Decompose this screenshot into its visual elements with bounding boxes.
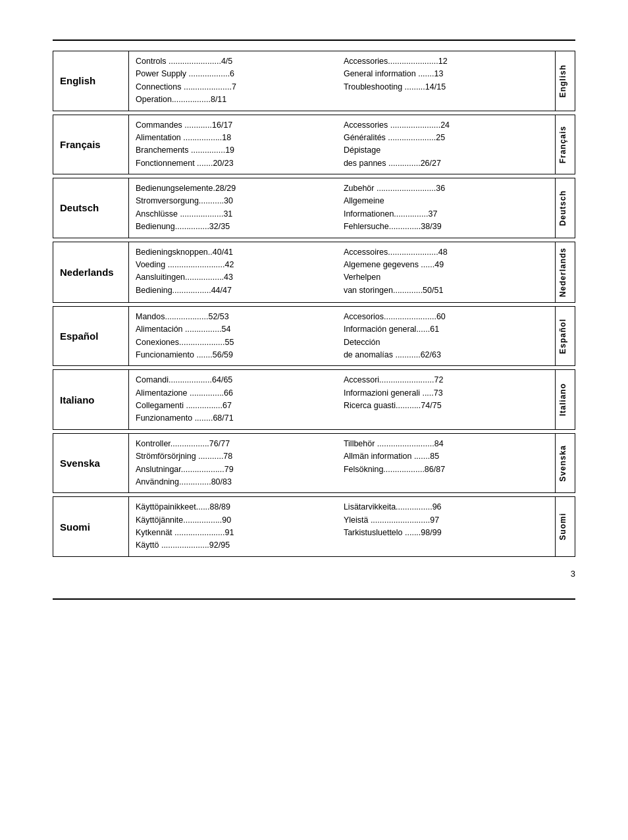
entry-line: Alimentazione ...............66 <box>136 387 330 400</box>
entry-line: Käyttöpainikkeet......88/89 <box>136 501 330 513</box>
lang-row-english: EnglishControls .......................4… <box>53 51 575 111</box>
tab-deutsch: Deutsch <box>556 178 575 238</box>
tab-english: English <box>556 51 575 111</box>
entries-col1-svenska: Kontroller.................76/77Strömför… <box>129 433 337 493</box>
entries-col2-italiano: Accessori........................72Infor… <box>337 370 556 430</box>
entry-line: Allmän information .......85 <box>344 450 548 463</box>
entry-line: Felsökning..................86/87 <box>344 463 548 476</box>
entry-line: Käyttö .....................92/95 <box>136 539 330 552</box>
tab-label-deutsch: Deutsch <box>556 185 570 231</box>
entry-line: Kytkennät ......................91 <box>136 527 330 539</box>
entry-line: Généralités .....................25 <box>344 132 548 144</box>
entry-line: Troubleshooting .........14/15 <box>344 81 548 93</box>
entry-line: Accesorios.......................60 <box>344 311 548 323</box>
entry-line: Strömförsörjning ...........78 <box>136 450 330 463</box>
entries-col1-espanol: Mandos...................52/53Alimentaci… <box>129 306 337 366</box>
entry-line: Power Supply ..................6 <box>136 68 330 80</box>
lang-row-svenska: SvenskaKontroller.................76/77S… <box>53 433 575 493</box>
entry-line: Bedieningsknoppen..40/41 <box>136 246 330 259</box>
tab-label-nederlands: Nederlands <box>556 242 570 302</box>
entries-col2-nederlands: Accessoires......................48Algem… <box>337 242 556 302</box>
tab-label-suomi: Suomi <box>556 508 570 546</box>
entry-line: Funzionamento ........68/71 <box>136 412 330 425</box>
entry-line: Tillbehör .........................84 <box>344 438 548 450</box>
entries-col1-suomi: Käyttöpainikkeet......88/89Käyttöjännite… <box>129 497 337 557</box>
entry-line: Användning..............80/83 <box>136 476 330 488</box>
lang-name-svenska: Svenska <box>53 433 129 493</box>
entry-line: Accessori........................72 <box>344 374 548 386</box>
entry-line: de anomalías ...........62/63 <box>344 349 548 361</box>
entry-line: Allgemeine <box>344 195 548 207</box>
entries-col2-suomi: Lisätarvikkeita................96Yleistä… <box>337 497 556 557</box>
entry-line: Stromversorgung...........30 <box>136 195 330 207</box>
entry-line: Mandos...................52/53 <box>136 311 330 323</box>
tab-label-english: English <box>556 59 570 103</box>
entries-col2-espanol: Accesorios.......................60Infor… <box>337 306 556 366</box>
entries-col2-english: Accessories......................12Gener… <box>337 51 556 111</box>
lang-row-deutsch: DeutschBedienungselemente.28/29Stromvers… <box>53 178 575 238</box>
lang-row-francais: FrançaisCommandes ............16/17Alime… <box>53 115 575 174</box>
entry-line: Bedienung...............32/35 <box>136 221 330 233</box>
tab-label-svenska: Svenska <box>556 440 570 487</box>
tab-nederlands: Nederlands <box>556 242 575 302</box>
entry-line: Bedienungselemente.28/29 <box>136 182 330 195</box>
entry-line: General information .......13 <box>344 68 548 80</box>
entry-line: Detección <box>344 336 548 349</box>
entries-col1-italiano: Comandi...................64/65Alimentaz… <box>129 370 337 430</box>
lang-name-espanol: Español <box>53 306 129 366</box>
entry-line: Zubehör ..........................36 <box>344 182 548 195</box>
entries-col2-svenska: Tillbehör .........................84All… <box>337 433 556 493</box>
entry-line: des pannes ..............26/27 <box>344 157 548 170</box>
tab-label-espanol: Español <box>556 313 570 359</box>
entry-line: Operation.................8/11 <box>136 93 330 106</box>
entry-line: Fonctionnement .......20/23 <box>136 157 330 170</box>
entry-line: Commandes ............16/17 <box>136 119 330 132</box>
entry-line: Informazioni generali .....73 <box>344 387 548 400</box>
entry-line: Alimentación ................54 <box>136 323 330 336</box>
entry-line: Tarkistusluettelo .......98/99 <box>344 527 548 539</box>
entries-col1-deutsch: Bedienungselemente.28/29Stromversorgung.… <box>129 178 337 238</box>
entry-line: van storingen.............50/51 <box>344 284 548 297</box>
page-number: 3 <box>53 569 575 579</box>
entry-line: Collegamenti ................67 <box>136 400 330 412</box>
tab-label-francais: Français <box>556 120 570 169</box>
entry-line: Lisätarvikkeita................96 <box>344 501 548 513</box>
lang-name-italiano: Italiano <box>53 370 129 430</box>
entry-line: Käyttöjännite.................90 <box>136 514 330 527</box>
entry-line: Connections .....................7 <box>136 81 330 93</box>
tab-francais: Français <box>556 115 575 174</box>
entry-line: Anschlüsse ...................31 <box>136 208 330 221</box>
entries-col2-deutsch: Zubehör ..........................36Allg… <box>337 178 556 238</box>
entry-line: Voeding .........................42 <box>136 259 330 271</box>
entry-line: Informationen...............37 <box>344 208 548 221</box>
entries-col2-francais: Accessories ......................24Géné… <box>337 115 556 174</box>
entry-line: Accessories......................12 <box>344 55 548 68</box>
entry-line: Accessories ......................24 <box>344 119 548 132</box>
lang-name-nederlands: Nederlands <box>53 242 129 302</box>
entry-line: Aansluitingen.................43 <box>136 271 330 284</box>
entry-line: Fehlersuche..............38/39 <box>344 221 548 233</box>
entry-line: Bediening.................44/47 <box>136 284 330 297</box>
lang-name-english: English <box>53 51 129 111</box>
entry-line: Controls .......................4/5 <box>136 55 330 68</box>
entry-line: Verhelpen <box>344 271 548 284</box>
entry-line: Accessoires......................48 <box>344 246 548 259</box>
lang-row-nederlands: NederlandsBedieningsknoppen..40/41Voedin… <box>53 242 575 302</box>
entry-line: Comandi...................64/65 <box>136 374 330 386</box>
lang-row-espanol: EspañolMandos...................52/53Ali… <box>53 306 575 366</box>
toc-table: EnglishControls .......................4… <box>53 51 575 557</box>
entry-line: Anslutningar...................79 <box>136 463 330 476</box>
lang-row-suomi: SuomiKäyttöpainikkeet......88/89Käyttöjä… <box>53 497 575 557</box>
entry-line: Información general......61 <box>344 323 548 336</box>
entry-line: Kontroller.................76/77 <box>136 438 330 450</box>
entry-line: Algemene gegevens ......49 <box>344 259 548 271</box>
entry-line: Branchements ...............19 <box>136 144 330 157</box>
lang-name-deutsch: Deutsch <box>53 178 129 238</box>
entry-line: Funcionamiento .......56/59 <box>136 349 330 361</box>
entry-line: Yleistä ..........................97 <box>344 514 548 527</box>
entry-line: Ricerca guasti...........74/75 <box>344 400 548 412</box>
entries-col1-english: Controls .......................4/5Power… <box>129 51 337 111</box>
entry-line: Conexiones....................55 <box>136 336 330 349</box>
tab-espanol: Español <box>556 306 575 366</box>
tab-label-italiano: Italiano <box>556 378 570 421</box>
